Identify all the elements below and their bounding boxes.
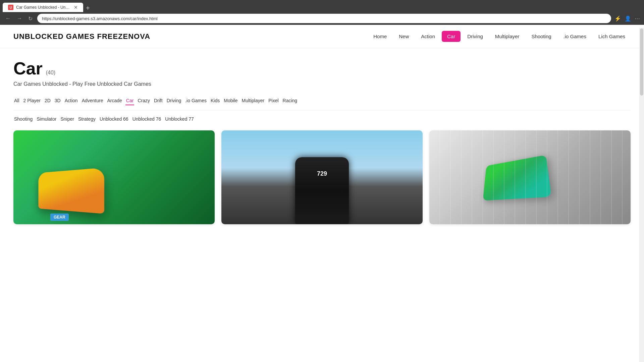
nav-item-driving[interactable]: Driving — [462, 31, 488, 42]
filter-divider — [13, 110, 631, 110]
page-count: (40) — [46, 70, 55, 76]
filter-tag-strategy[interactable]: Strategy — [77, 115, 96, 124]
nav-item-multiplayer[interactable]: Multiplayer — [490, 31, 525, 42]
game-thumbnail-2 — [221, 130, 423, 224]
filter-tag-drift[interactable]: Drift — [153, 97, 163, 105]
nav-item-car[interactable]: Car — [442, 31, 461, 42]
filter-tag-2-player[interactable]: 2 Player — [23, 97, 41, 105]
game-thumbnail-3 — [429, 130, 631, 224]
filter-tag-kids[interactable]: Kids — [210, 97, 220, 105]
profile-icon[interactable]: 👤 — [625, 15, 631, 22]
browser-icons: ⚡ 👤 ⋯ — [614, 15, 640, 22]
nav-item-home[interactable]: Home — [368, 31, 392, 42]
filter-tag-multiplayer[interactable]: Multiplayer — [241, 97, 265, 105]
filter-tag-crazy[interactable]: Crazy — [137, 97, 151, 105]
filter-tag-pixel[interactable]: Pixel — [268, 97, 279, 105]
site-header: UNBLOCKED GAMES FREEZENOVA HomeNewAction… — [0, 25, 644, 48]
game-card-1[interactable] — [13, 130, 215, 224]
filter-tag-shooting[interactable]: Shooting — [13, 115, 33, 124]
filter-tag-adventure[interactable]: Adventure — [81, 97, 104, 105]
menu-icon[interactable]: ⋯ — [635, 15, 640, 22]
nav-item-lich-games[interactable]: Lich Games — [593, 31, 631, 42]
nav-item-new[interactable]: New — [393, 31, 414, 42]
page-subtitle: Car Games Unblocked - Play Free Unblocke… — [13, 81, 631, 87]
filter-tag-mobile[interactable]: Mobile — [223, 97, 238, 105]
site-logo[interactable]: UNBLOCKED GAMES FREEZENOVA — [13, 32, 150, 41]
filter-tag-3d[interactable]: 3D — [54, 97, 61, 105]
game-card-2[interactable] — [221, 130, 423, 224]
game-card-3[interactable] — [429, 130, 631, 224]
reload-button[interactable]: ↻ — [27, 14, 34, 23]
filter-tag-unblocked-77[interactable]: Unblocked 77 — [164, 115, 195, 124]
browser-tab[interactable]: U Car Games Unblocked - Unbloc... ✕ — [3, 3, 83, 12]
filter-tag-arcade[interactable]: Arcade — [106, 97, 122, 105]
game-grid — [13, 130, 631, 224]
page-heading-row: Car (40) — [13, 58, 631, 78]
url-bar[interactable]: https://unblocked-games.s3.amazonaws.com… — [37, 14, 611, 23]
filter-tag-unblocked-76[interactable]: Unblocked 76 — [132, 115, 162, 124]
tab-favicon: U — [8, 5, 13, 10]
filter-tag-.io-games[interactable]: .io Games — [184, 97, 207, 105]
back-button[interactable]: ← — [4, 14, 12, 23]
filter-tag-action[interactable]: Action — [64, 97, 78, 105]
scrollbar-thumb[interactable] — [640, 28, 643, 96]
filter-tag-car[interactable]: Car — [125, 97, 135, 105]
page-title: Car — [13, 58, 43, 78]
extensions-icon[interactable]: ⚡ — [614, 15, 621, 22]
filter-tag-all[interactable]: All — [13, 97, 20, 105]
nav-item-.io-games[interactable]: .io Games — [558, 31, 592, 42]
nav-item-shooting[interactable]: Shooting — [526, 31, 556, 42]
nav-item-action[interactable]: Action — [416, 31, 440, 42]
filter-tag-unblocked-66[interactable]: Unblocked 66 — [99, 115, 129, 124]
forward-button[interactable]: → — [15, 14, 23, 23]
filter-tag-sniper[interactable]: Sniper — [60, 115, 74, 124]
page-content: Car (40) Car Games Unblocked - Play Free… — [0, 48, 644, 234]
filter-tag-2d[interactable]: 2D — [44, 97, 51, 105]
scrollbar-track[interactable] — [639, 28, 644, 234]
filter-row-2: ShootingSimulatorSniperStrategyUnblocked… — [13, 115, 631, 124]
game-thumbnail-1 — [13, 130, 215, 224]
filter-tag-racing[interactable]: Racing — [282, 97, 298, 105]
tab-close-button[interactable]: ✕ — [74, 5, 78, 10]
tab-title: Car Games Unblocked - Unbloc... — [16, 5, 71, 10]
filter-row-1: All2 Player2D3DActionAdventureArcadeCarC… — [13, 97, 631, 105]
main-nav: HomeNewActionCarDrivingMultiplayerShooti… — [368, 31, 631, 42]
address-bar: ← → ↻ https://unblocked-games.s3.amazona… — [0, 12, 644, 25]
filter-tag-driving[interactable]: Driving — [166, 97, 182, 105]
filter-tag-simulator[interactable]: Simulator — [36, 115, 57, 124]
tab-bar: U Car Games Unblocked - Unbloc... ✕ + — [0, 0, 644, 12]
new-tab-button[interactable]: + — [83, 4, 93, 12]
url-text: https://unblocked-games.s3.amazonaws.com… — [42, 16, 158, 21]
